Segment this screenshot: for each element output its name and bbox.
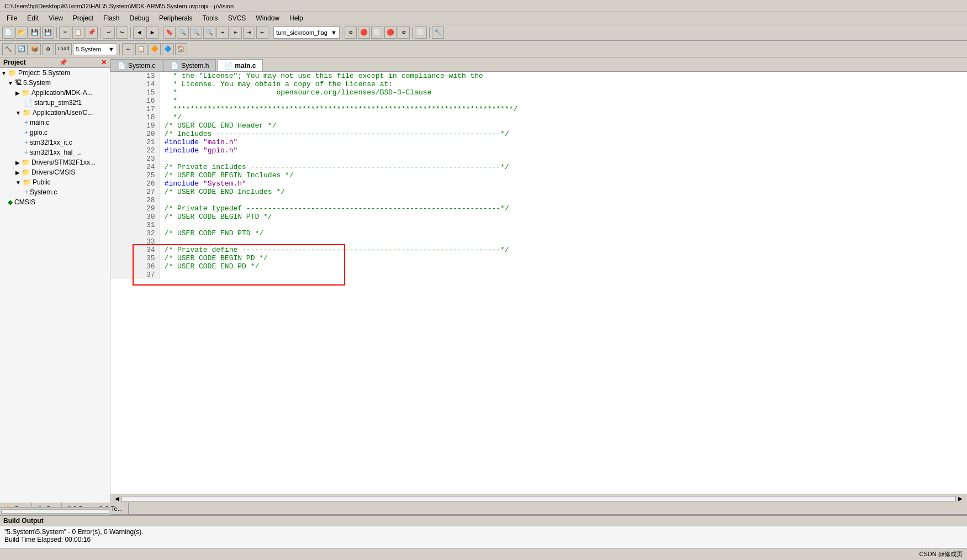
indent-btn[interactable]: ⇥ [216,27,229,39]
menu-flash[interactable]: Flash [99,13,124,23]
tb2-btn5[interactable]: Load [55,43,72,55]
redo-btn[interactable]: ↪ [116,27,128,39]
line-content[interactable] [160,196,967,204]
tab-mainc[interactable]: 📄 main.c [217,59,263,71]
menu-svcs[interactable]: SVCS [224,13,251,23]
tb2-btn3[interactable]: 📦 [29,43,41,55]
menu-window[interactable]: Window [251,13,284,23]
open-btn[interactable]: 📂 [15,27,28,39]
line-content[interactable]: /* USER CODE BEGIN Includes */ [160,171,967,179]
tab-systemh[interactable]: 📄 System.h [163,59,216,71]
line-number: 32 [110,229,160,237]
find-btn[interactable]: 🔍 [177,27,189,39]
line-content[interactable] [160,221,967,229]
line-content[interactable]: ****************************************… [160,105,967,113]
unindent-btn[interactable]: ⇤ [230,27,242,39]
scroll-left-btn[interactable]: ◀ [113,494,121,503]
tb2-btn7[interactable]: 📋 [135,43,147,55]
tree-drivers-cmsis[interactable]: ▶ 📁 Drivers/CMSIS [0,167,110,177]
line-content[interactable]: /* USER CODE END Includes */ [160,188,967,196]
tree-gpioc[interactable]: + gpio.c [0,128,110,138]
load-btn[interactable]: ⚙ [345,27,357,39]
sidebar-pin-icon[interactable]: 📌 [59,59,67,66]
scroll-right-btn[interactable]: ▶ [956,494,965,503]
h-scroll-track[interactable] [121,496,956,501]
tree-public[interactable]: ▼ 📁 Public [0,177,110,187]
indent2-btn[interactable]: ⇥ [243,27,255,39]
line-content[interactable]: /* USER CODE END Header */ [160,121,967,130]
tb2-btn4[interactable]: ⚙ [42,43,54,55]
debug2-btn[interactable]: ⚪ [371,27,383,39]
target-dropdown[interactable]: turn_sickroom_flag ▼ [273,27,340,39]
window-btn[interactable]: ⬜ [415,27,427,39]
menu-help[interactable]: Help [285,13,308,23]
tree-systemc[interactable]: + System.c [0,187,110,197]
tb2-btn8[interactable]: 🔶 [149,43,161,55]
line-content[interactable]: * License. You may obtain a copy of the … [160,80,967,88]
tb2-btn2[interactable]: 🔄 [15,43,28,55]
tree-cmsis[interactable]: ◆ CMSIS [0,197,110,207]
tree-drvstm-label: Drivers/STM32F1xx... [31,159,96,166]
tree-appmdk[interactable]: ▶ 📁 Application/MDK-A... [0,88,110,98]
tree-mainc[interactable]: + main.c [0,118,110,128]
save-all-btn[interactable]: 💾 [42,27,54,39]
line-content[interactable]: * opensource.org/licenses/BSD-3-Clause [160,88,967,97]
cut-btn[interactable]: ✂ [59,27,71,39]
debug-btn[interactable]: 🔴 [358,27,370,39]
tree-stm32hal[interactable]: + stm32f1xx_hal_... [0,147,110,157]
save-btn[interactable]: 💾 [29,27,41,39]
line-content[interactable]: /* USER CODE BEGIN PD */ [160,254,967,262]
find2-btn[interactable]: 🔍 [190,27,202,39]
paste-btn[interactable]: 📌 [86,27,98,39]
tree-5system[interactable]: ▼ 🏗 5.System [0,78,110,88]
tb2-btn6[interactable]: ✏ [122,43,134,55]
code-area[interactable]: 13 * the "License"; You may not use this… [110,72,967,494]
tab-systemc[interactable]: 📄 System.c [110,59,162,71]
line-content[interactable]: */ [160,113,967,121]
unindent2-btn[interactable]: ⇤ [256,27,268,39]
line-content[interactable]: /* USER CODE END PTD */ [160,229,967,237]
find3-btn[interactable]: 🔍 [203,27,215,39]
line-content[interactable]: * [160,97,967,105]
line-content[interactable]: * the "License"; You may not use this fi… [160,72,967,80]
line-content[interactable]: /* USER CODE END PD */ [160,262,967,271]
h-scroll[interactable]: ◀ ▶ [110,494,967,503]
wrench-btn[interactable]: 🔧 [432,27,444,39]
line-content[interactable] [160,237,967,246]
line-content[interactable]: #include "System.h" [160,179,967,188]
sidebar-close-icon[interactable]: ✕ [101,59,107,66]
menu-edit[interactable]: Edit [23,13,43,23]
menu-file[interactable]: File [2,13,22,23]
tb2-btn10[interactable]: 🏠 [175,43,187,55]
menu-debug[interactable]: Debug [125,13,154,23]
line-content[interactable]: #include "gpio.h" [160,146,967,155]
stop-btn[interactable]: 🔴 [384,27,397,39]
tb2-btn1[interactable]: 🔨 [2,43,14,55]
tree-project[interactable]: ▼ 📁 Project: 5.System [0,68,110,78]
undo-btn[interactable]: ↩ [103,27,115,39]
line-content[interactable] [160,155,967,163]
tree-drivers-stm[interactable]: ▶ 📁 Drivers/STM32F1xx... [0,157,110,167]
line-content[interactable]: /* Private define ----------------------… [160,246,967,254]
project-dropdown[interactable]: 5.System ▼ [73,43,117,55]
settings-btn[interactable]: ⚙ [398,27,410,39]
nav-fwd-btn[interactable]: ▶ [146,27,158,39]
menu-project[interactable]: Project [68,13,98,23]
menu-peripherals[interactable]: Peripherals [155,13,197,23]
bookmark-btn[interactable]: 🔖 [163,27,176,39]
tree-appuser[interactable]: ▼ 📁 Application/User/C... [0,108,110,118]
line-content[interactable]: /* USER CODE BEGIN PTD */ [160,213,967,221]
copy-btn[interactable]: 📋 [72,27,84,39]
line-content[interactable]: /* Includes ----------------------------… [160,130,967,138]
tb2-btn9[interactable]: 🔷 [162,43,174,55]
line-content[interactable]: /* Private includes --------------------… [160,163,967,171]
nav-back-btn[interactable]: ◀ [133,27,145,39]
line-content[interactable]: #include "main.h" [160,138,967,146]
menu-tools[interactable]: Tools [198,13,223,23]
tree-stm32it[interactable]: + stm32f1xx_it.c [0,138,110,147]
menu-view[interactable]: View [44,13,67,23]
line-content[interactable] [160,271,967,279]
tree-startup[interactable]: 📄 startup_stm32f1 [0,98,110,108]
line-content[interactable]: /* Private typedef ---------------------… [160,204,967,213]
new-file-btn[interactable]: 📄 [2,27,14,39]
